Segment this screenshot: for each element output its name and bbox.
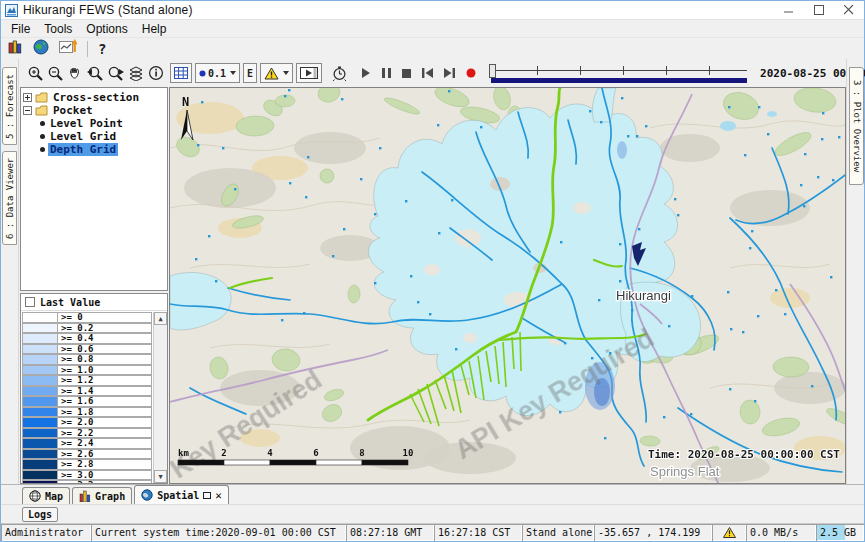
legend-threshold-label: >= 0.4 — [58, 333, 152, 344]
status-mode: Stand alone — [522, 524, 594, 541]
menu-options[interactable]: Options — [79, 20, 134, 37]
globe-map-icon[interactable] — [33, 39, 49, 59]
legend-row[interactable]: >= 2.0 — [22, 417, 152, 428]
close-button[interactable] — [834, 1, 864, 19]
tree-row-pocket[interactable]: Pocket — [23, 104, 165, 117]
classbreaks-value: 0.1 — [208, 68, 226, 79]
left-dock-strip: 5 : Forecast 6 : Data Viewer — [1, 59, 19, 484]
animation-panel-button[interactable] — [296, 63, 322, 83]
tree-row-level-point[interactable]: Level Point — [23, 117, 165, 130]
database-bars-icon[interactable] — [7, 39, 23, 58]
bullet-icon — [40, 121, 45, 126]
legend-swatch — [22, 396, 58, 407]
legend-threshold-label: >= 2.8 — [58, 459, 152, 470]
zoom-previous-icon[interactable] — [86, 64, 104, 83]
pause-button[interactable] — [382, 65, 391, 81]
timer-icon[interactable] — [331, 64, 348, 83]
legend-row[interactable]: >= 2.8 — [22, 459, 152, 470]
legend-threshold-label: >= 2.4 — [58, 438, 152, 449]
folder-icon — [35, 105, 48, 116]
tree-label: Pocket — [51, 104, 95, 117]
legend-row[interactable]: >= 0.2 — [22, 323, 152, 334]
legend-row[interactable]: >= 2.6 — [22, 449, 152, 460]
step-back-button[interactable] — [422, 65, 433, 81]
tab-restore-icon[interactable] — [203, 492, 211, 499]
legend-row[interactable]: >= 1.6 — [22, 396, 152, 407]
tab-map[interactable]: Map — [22, 487, 70, 504]
help-button[interactable]: ? — [98, 41, 106, 57]
zoom-out-icon[interactable] — [47, 64, 64, 83]
map-time-label: Time: 2020-08-25 00:00:00 CST — [648, 448, 840, 461]
time-slider[interactable] — [489, 62, 749, 84]
tab-plot-overview[interactable]: 3 : Plot Overview — [849, 67, 864, 185]
legend-scrollbar[interactable]: ▲ ▼ — [153, 312, 167, 483]
legend-swatch — [22, 470, 58, 481]
classbreaks-dropdown[interactable]: 0.1 — [195, 63, 240, 83]
globe-icon — [141, 489, 153, 501]
status-transfer-rate: 0.0 MB/s — [746, 524, 816, 541]
layers-icon[interactable] — [128, 64, 145, 83]
legend-swatch — [22, 449, 58, 460]
scroll-up-icon[interactable]: ▲ — [154, 312, 167, 325]
grid-layer-button[interactable] — [170, 63, 192, 83]
legend-row[interactable]: >= 2.4 — [22, 438, 152, 449]
thresholds-warning-dropdown[interactable] — [260, 63, 293, 83]
menu-tools[interactable]: Tools — [37, 20, 79, 37]
main-toolbar: ? — [1, 37, 864, 59]
tab-spatial[interactable]: Spatial ✕ — [134, 485, 229, 504]
status-warning-icon[interactable] — [712, 524, 746, 541]
legend-row[interactable]: >= 1.0 — [22, 365, 152, 376]
spatial-toolbar: 0.1 E — [19, 59, 846, 87]
svg-text:10: 10 — [403, 448, 414, 458]
chart-updown-icon[interactable] — [59, 39, 77, 59]
last-value-checkbox[interactable] — [25, 297, 35, 307]
play-button[interactable] — [361, 65, 371, 81]
legend-row[interactable]: >= 1.8 — [22, 407, 152, 418]
svg-text:4: 4 — [267, 448, 273, 458]
svg-text:6: 6 — [313, 448, 318, 458]
legend-row[interactable]: >= 0.4 — [22, 333, 152, 344]
legend-threshold-label: >= 2.2 — [58, 428, 152, 439]
pan-hand-icon[interactable] — [67, 64, 83, 83]
expander-plus-icon[interactable] — [23, 93, 32, 102]
maximize-button[interactable] — [804, 1, 834, 19]
legend-row[interactable]: >= 1.2 — [22, 375, 152, 386]
tab-graph[interactable]: Graph — [72, 487, 132, 504]
logs-button[interactable]: Logs — [22, 507, 58, 522]
legend-row[interactable]: >= 0.6 — [22, 344, 152, 355]
stop-button[interactable] — [402, 65, 411, 81]
legend-row[interactable]: >= 3.0 — [22, 470, 152, 481]
legend-threshold-label: >= 0 — [58, 312, 152, 323]
expander-minus-icon[interactable] — [23, 106, 32, 115]
step-forward-button[interactable] — [444, 65, 455, 81]
legend-swatch — [22, 333, 58, 344]
folder-icon — [35, 92, 48, 103]
legend-threshold-label: >= 3.2 — [58, 480, 152, 483]
spatial-map[interactable]: API Key Required API Key Required Hikura… — [169, 87, 846, 484]
parameter-tree[interactable]: Cross-section Pocket Level Point — [20, 87, 168, 291]
minimize-button[interactable] — [774, 1, 804, 19]
tree-row-cross-section[interactable]: Cross-section — [23, 91, 165, 104]
window-title: Hikurangi FEWS (Stand alone) — [23, 3, 193, 17]
info-icon[interactable] — [148, 64, 164, 83]
legend-row[interactable]: >= 1.4 — [22, 386, 152, 397]
legend-row[interactable]: >= 3.2 — [22, 480, 152, 483]
record-button[interactable] — [466, 65, 476, 81]
tab-forecast[interactable]: 5 : Forecast — [2, 67, 17, 145]
tree-row-level-grid[interactable]: Level Grid — [23, 130, 165, 143]
legend-row[interactable]: >= 0 — [22, 312, 152, 323]
legend-row[interactable]: >= 0.8 — [22, 354, 152, 365]
zoom-in-icon[interactable] — [27, 64, 44, 83]
legend-swatch — [22, 386, 58, 397]
zoom-next-icon[interactable] — [107, 64, 125, 83]
tree-row-depth-grid[interactable]: Depth Grid — [23, 143, 165, 156]
tab-close-icon[interactable]: ✕ — [215, 489, 222, 502]
time-slider-handle[interactable] — [489, 64, 496, 78]
scroll-down-icon[interactable]: ▼ — [154, 470, 167, 483]
menu-file[interactable]: File — [4, 20, 37, 37]
labels-toggle-button[interactable]: E — [243, 63, 257, 83]
menu-help[interactable]: Help — [135, 20, 174, 37]
tab-data-viewer[interactable]: 6 : Data Viewer — [2, 151, 17, 245]
legend-row[interactable]: >= 2.2 — [22, 428, 152, 439]
warning-icon — [264, 67, 279, 80]
